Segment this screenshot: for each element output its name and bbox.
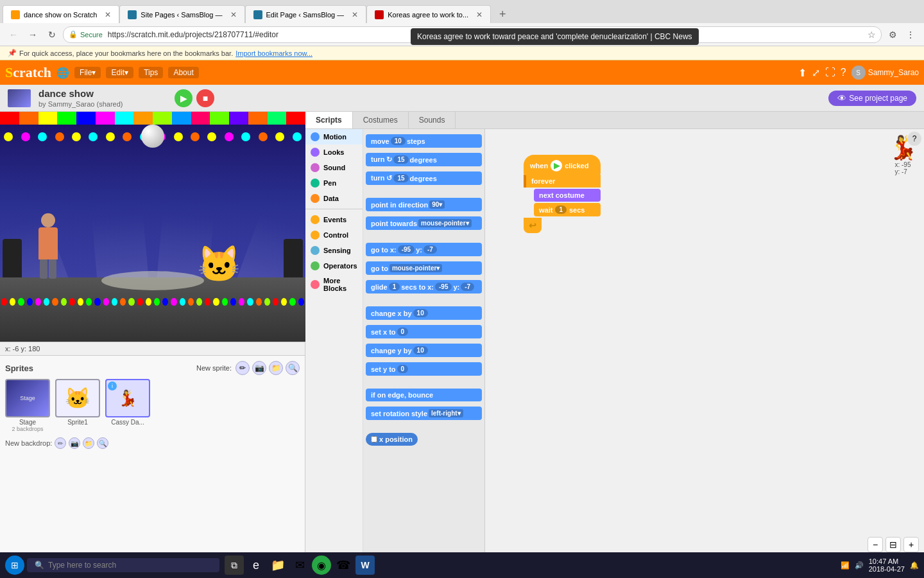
tab-scripts[interactable]: Scripts xyxy=(305,112,353,128)
back-button[interactable]: ← xyxy=(5,26,22,43)
block-go-to[interactable]: go to mouse-pointer▾ xyxy=(366,261,482,277)
new-sprite-paint-button[interactable]: ✏ xyxy=(235,361,250,375)
see-project-button[interactable]: 👁 See project page xyxy=(828,91,916,106)
block-edge-bounce[interactable]: if on edge, bounce xyxy=(366,389,482,404)
block-change-y[interactable]: change y by 10 xyxy=(366,344,482,360)
next-costume-block[interactable]: next costume xyxy=(534,189,601,202)
cat-more-blocks[interactable]: More Blocks xyxy=(305,274,363,295)
green-flag-button[interactable]: ▶ xyxy=(175,89,193,107)
globe-icon[interactable]: 🌐 xyxy=(56,67,69,79)
script-stack[interactable]: when ▶ clicked forever next costume xyxy=(524,155,601,233)
scripts-help-button[interactable]: ? xyxy=(907,132,921,146)
project-title-input[interactable]: dance show xyxy=(38,88,167,99)
sprite-item-cassy[interactable]: i 💃 Cassy Da... xyxy=(105,379,150,432)
block-turn-ccw[interactable]: turn ↺ 15 degrees xyxy=(366,171,482,188)
block-go-to-xy[interactable]: go to x: -95 y: -7 xyxy=(366,243,482,259)
cat-sensing[interactable]: Sensing xyxy=(305,243,363,258)
edge-icon[interactable]: e xyxy=(246,556,266,575)
word-icon[interactable]: W xyxy=(355,556,375,575)
forever-label: forever xyxy=(531,177,555,185)
reload-button[interactable]: ↻ xyxy=(44,26,60,43)
import-bookmarks-link[interactable]: Import bookmarks now... xyxy=(235,49,312,57)
notification-bell[interactable]: 🔔 xyxy=(910,561,919,570)
wait-block[interactable]: wait 1 secs xyxy=(534,203,601,216)
tab-cbc[interactable]: Koreas agree to work to... ✕ xyxy=(366,5,491,23)
block-set-y[interactable]: set y to 0 xyxy=(366,362,482,378)
extensions-button[interactable]: ⚙ xyxy=(884,26,901,43)
sprite-item-stage[interactable]: Stage Stage 2 backdrops xyxy=(5,379,50,432)
zoom-in-button[interactable]: + xyxy=(903,537,919,552)
block-x-position[interactable]: x position xyxy=(366,433,482,448)
tab-samsblog2[interactable]: Edit Page ‹ SamsBlog — ✕ xyxy=(245,5,367,23)
stop-button[interactable]: ■ xyxy=(196,89,214,107)
when-flag-clicked-block[interactable]: when ▶ clicked xyxy=(524,155,601,175)
tab-scratch[interactable]: dance show on Scratch ✕ xyxy=(3,5,119,23)
tab-scratch-label: dance show on Scratch xyxy=(24,11,97,19)
cat-sound[interactable]: Sound xyxy=(305,160,363,175)
backdrop-file-button[interactable]: 📁 xyxy=(83,437,94,449)
zoom-reset-button[interactable]: ⊟ xyxy=(886,537,901,552)
new-sprite-search-button[interactable]: 🔍 xyxy=(286,361,300,375)
block-change-x[interactable]: change x by 10 xyxy=(366,306,482,322)
block-glide[interactable]: glide 1 secs to x: -95 y: -7 xyxy=(366,280,482,296)
user-avatar: S xyxy=(851,66,866,80)
tips-menu[interactable]: Tips xyxy=(139,67,163,78)
cat-operators[interactable]: Operators xyxy=(305,258,363,274)
block-rotation-style[interactable]: set rotation style left-right▾ xyxy=(366,407,482,423)
stage-canvas[interactable]: 🐱 xyxy=(0,112,305,342)
bookmark-star-icon[interactable]: ☆ xyxy=(868,30,876,40)
block-move[interactable]: move 10 steps xyxy=(366,134,482,150)
cat-looks[interactable]: Looks xyxy=(305,144,363,160)
cat-pen[interactable]: Pen xyxy=(305,175,363,191)
tab-cbc-close[interactable]: ✕ xyxy=(476,10,483,19)
expand-icon[interactable]: ⤢ xyxy=(812,67,820,79)
tab-sounds[interactable]: Sounds xyxy=(409,112,456,128)
fullscreen-icon[interactable]: ⛶ xyxy=(825,67,835,78)
tab-costumes[interactable]: Costumes xyxy=(353,112,409,128)
menu-button[interactable]: ⋮ xyxy=(902,26,919,43)
new-tab-button[interactable]: + xyxy=(493,5,511,23)
block-point-direction[interactable]: point in direction 90▾ xyxy=(366,198,482,214)
new-sprite-camera-button[interactable]: 📷 xyxy=(252,361,266,375)
scripts-canvas[interactable]: 💃 x: -95 y: -7 when ▶ clicked xyxy=(485,129,924,557)
new-sprite-section: New sprite: ✏ 📷 📁 🔍 xyxy=(196,361,300,375)
forever-block[interactable]: forever xyxy=(524,175,601,188)
block-turn-cw[interactable]: turn ↻ 15 degrees xyxy=(366,153,482,169)
backdrop-paint-button[interactable]: ✏ xyxy=(55,437,66,449)
sprite-item-sprite1[interactable]: 🐱 Sprite1 xyxy=(55,379,100,432)
skype-icon[interactable]: ☎ xyxy=(334,556,353,575)
forward-button[interactable]: → xyxy=(24,26,41,43)
search-bar[interactable]: 🔍 Type here to search xyxy=(27,558,219,572)
about-menu[interactable]: About xyxy=(168,67,198,78)
project-bar: dance show by Sammy_Sarao (shared) ▶ ■ 👁… xyxy=(0,85,924,112)
new-sprite-file-button[interactable]: 📁 xyxy=(269,361,283,375)
edit-menu[interactable]: Edit▾ xyxy=(106,67,133,78)
help-icon[interactable]: ? xyxy=(841,67,846,78)
cat-events[interactable]: Events xyxy=(305,212,363,227)
chrome-icon[interactable]: ◉ xyxy=(312,556,331,575)
cat-data[interactable]: Data xyxy=(305,191,363,206)
file-explorer-icon[interactable]: 📁 xyxy=(268,556,287,575)
task-view-button[interactable]: ⧉ xyxy=(225,556,244,575)
project-info: dance show by Sammy_Sarao (shared) xyxy=(38,88,167,108)
backdrop-camera-button[interactable]: 📷 xyxy=(69,437,80,449)
start-button[interactable]: ⊞ xyxy=(5,556,24,575)
tab-samsblog1-close[interactable]: ✕ xyxy=(230,10,237,19)
cat-motion[interactable]: Motion xyxy=(305,129,363,144)
block-point-towards[interactable]: point towards mouse-pointer▾ xyxy=(366,216,482,232)
tab-scratch-close[interactable]: ✕ xyxy=(105,10,111,19)
wait-val: 1 xyxy=(555,206,567,214)
file-menu[interactable]: File▾ xyxy=(74,67,101,78)
username[interactable]: Sammy_Sarao xyxy=(868,68,919,77)
backdrop-search-button[interactable]: 🔍 xyxy=(97,437,108,449)
mail-icon[interactable]: ✉ xyxy=(290,556,309,575)
sprites-grid: Stage Stage 2 backdrops 🐱 Sprite1 i xyxy=(5,379,300,432)
x-position-checkbox[interactable] xyxy=(371,436,377,442)
block-set-x[interactable]: set x to 0 xyxy=(366,325,482,341)
zoom-out-button[interactable]: − xyxy=(868,537,883,552)
tab-samsblog1[interactable]: Site Pages ‹ SamsBlog — ✕ xyxy=(119,5,244,23)
cat-control[interactable]: Control xyxy=(305,227,363,243)
upload-icon[interactable]: ⬆ xyxy=(798,67,807,79)
tab-samsblog2-close[interactable]: ✕ xyxy=(352,10,358,19)
cat-more-blocks-dot xyxy=(311,280,320,289)
